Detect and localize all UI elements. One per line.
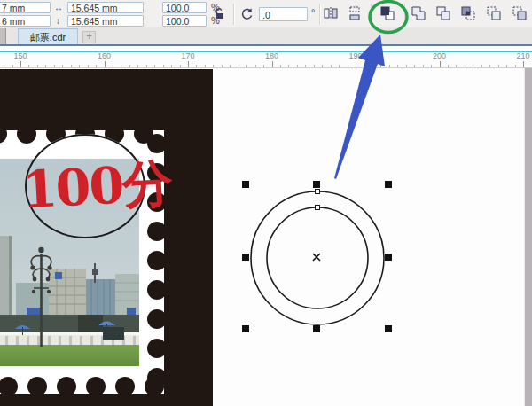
ruler-tick (213, 65, 214, 67)
separator (319, 4, 321, 25)
object-position-x-field[interactable]: 7 mm (0, 2, 51, 13)
mirror-vertical-icon[interactable] (347, 5, 364, 23)
inner-circle-node[interactable] (316, 206, 320, 210)
ruler-tick (28, 65, 29, 67)
vertical-scrollbar[interactable] (524, 68, 532, 406)
ruler-tick (62, 65, 63, 67)
ruler-tick (54, 65, 55, 67)
ruler-tick (205, 65, 206, 67)
ruler-tick (356, 61, 356, 67)
object-width-icon: ↔ (54, 2, 63, 13)
ruler-tick (406, 65, 407, 67)
selection-handle[interactable] (385, 325, 392, 332)
document-tab-active[interactable]: 邮票.cdr (18, 28, 78, 45)
weld-button-icon[interactable] (411, 5, 428, 23)
ruler-tick (322, 65, 323, 67)
ruler-tick (339, 65, 340, 67)
ruler-tick (523, 61, 524, 67)
ruler-tick (4, 65, 4, 67)
ruler-tick (465, 65, 466, 67)
ruler-tick (137, 65, 138, 67)
object-height-field[interactable]: 15.645 mm (67, 15, 144, 27)
ruler-tick (263, 65, 264, 67)
ruler-tick (348, 65, 348, 67)
document-tab-partial[interactable] (0, 28, 6, 45)
drawing-canvas[interactable]: 100分 (0, 68, 532, 406)
ruler-tick (255, 65, 256, 67)
scale-width-field[interactable]: 100.0 (162, 2, 207, 13)
ruler-tick (364, 65, 364, 67)
outer-circle-node[interactable] (316, 190, 320, 194)
ruler-tick (180, 65, 181, 67)
ruler-tick (96, 65, 97, 67)
ruler-tick (71, 65, 72, 67)
scale-height-field[interactable]: 100.0 (162, 15, 207, 27)
ruler-label: 180 (265, 51, 278, 60)
ruler-tick (448, 65, 449, 67)
ruler-tick (230, 65, 231, 67)
ruler-tick (37, 65, 38, 67)
intersect-button-icon[interactable] (460, 5, 478, 23)
ruler-tick (129, 65, 130, 67)
mirror-horizontal-icon[interactable] (323, 5, 340, 23)
selection-handle[interactable] (385, 181, 392, 188)
ruler-tick (397, 65, 398, 67)
ruler-label: 210 (516, 51, 529, 60)
selection-handle[interactable] (242, 254, 249, 261)
selection-handle[interactable] (385, 254, 392, 261)
ruler-tick (431, 65, 432, 67)
ruler-tick (239, 65, 239, 67)
ruler-tick (188, 61, 189, 67)
scrollbar-thumb[interactable] (525, 68, 532, 406)
ruler-tick (414, 65, 415, 67)
combine-button-icon[interactable] (379, 5, 397, 23)
separator (371, 4, 372, 25)
selected-circles-object[interactable] (0, 68, 532, 406)
ruler-label: 160 (98, 51, 111, 60)
object-center-marker[interactable] (313, 254, 320, 261)
lock-ratio-icon[interactable] (214, 7, 231, 25)
ruler-label: 200 (433, 51, 446, 60)
ruler-tick (314, 65, 315, 67)
ruler-tick (171, 65, 172, 67)
ruler-tick (498, 65, 499, 67)
ruler-tick (297, 65, 298, 67)
ruler-tick (105, 61, 106, 67)
degree-label: ° (311, 7, 315, 19)
ruler-tick (515, 65, 516, 67)
ruler-tick (88, 65, 89, 67)
selection-handle[interactable] (242, 325, 249, 332)
ruler-tick (473, 65, 473, 67)
property-bar: 7 mm 6 mm ↔ ↕ 15.645 mm 15.645 mm 100.0 … (0, 0, 532, 28)
ruler-tick (440, 61, 441, 67)
ruler-tick (121, 65, 121, 67)
simplify-button-icon[interactable] (486, 5, 504, 23)
ruler-tick (506, 65, 507, 67)
ruler-tick (163, 65, 164, 67)
selection-handle[interactable] (313, 325, 320, 332)
selection-handle[interactable] (242, 181, 249, 188)
ruler-tick (489, 65, 490, 67)
object-width-field[interactable]: 15.645 mm (67, 2, 144, 13)
ruler-label: 170 (181, 51, 194, 60)
new-document-tab-button[interactable]: + (82, 31, 96, 43)
ruler-tick (79, 65, 80, 67)
ruler-tick (389, 65, 390, 67)
document-tab-bar: 邮票.cdr + (0, 27, 532, 45)
ruler-tick (481, 65, 482, 67)
front-minus-back-button-icon[interactable] (512, 5, 529, 23)
horizontal-ruler: 150160170180190200210 (0, 46, 532, 68)
ruler-tick (423, 65, 424, 67)
selection-handle[interactable] (313, 181, 320, 188)
ruler-tick (272, 61, 273, 67)
ruler-label: 190 (348, 51, 362, 60)
object-position-y-field[interactable]: 6 mm (0, 15, 51, 27)
ruler-tick (246, 65, 247, 67)
rotation-angle-field[interactable]: .0 (259, 7, 308, 21)
ruler-tick (456, 65, 457, 67)
separator (233, 4, 235, 25)
ruler-tick (280, 65, 281, 67)
ruler-label: 150 (13, 51, 27, 60)
trim-button-icon[interactable] (435, 5, 453, 23)
ruler-tick (380, 65, 381, 67)
